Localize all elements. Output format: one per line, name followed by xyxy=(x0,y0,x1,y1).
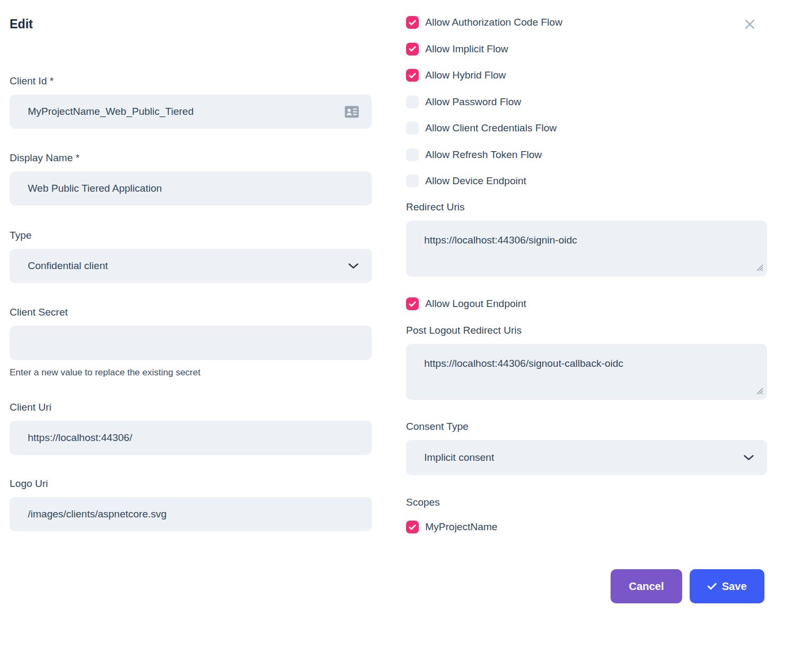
post-logout-redirect-uris-label: Post Logout Redirect Uris xyxy=(406,325,767,336)
logo-uri-field-group: Logo Uri /images/clients/aspnetcore.svg xyxy=(10,478,372,531)
consent-type-selected-value: Implicit consent xyxy=(424,452,743,463)
checkbox-label: Allow Authorization Code Flow xyxy=(425,16,563,29)
client-secret-label: Client Secret xyxy=(10,306,372,318)
modal-footer: Cancel Save xyxy=(406,569,767,603)
checkbox-icon xyxy=(406,297,419,310)
checkbox-allow-logout-endpoint[interactable]: Allow Logout Endpoint xyxy=(406,297,767,310)
type-label: Type xyxy=(10,230,372,241)
post-logout-redirect-uris-textarea[interactable]: https://localhost:44306/signout-callback… xyxy=(406,344,767,400)
consent-type-field-group: Consent Type Implicit consent xyxy=(406,421,767,475)
logo-uri-label: Logo Uri xyxy=(10,478,372,490)
client-id-input[interactable]: MyProjectName_Web_Public_Tiered xyxy=(10,95,372,129)
checkbox-allow-refresh-token-flow[interactable]: Allow Refresh Token Flow xyxy=(406,148,767,161)
edit-client-modal: Edit Client Id * MyProjectName_Web_Publi… xyxy=(0,0,812,645)
logo-uri-input[interactable]: /images/clients/aspnetcore.svg xyxy=(10,497,372,531)
checkbox-icon xyxy=(406,43,419,56)
display-name-input[interactable]: Web Public Tiered Application xyxy=(10,171,372,206)
resize-handle-icon[interactable] xyxy=(755,386,763,397)
address-card-icon xyxy=(345,106,359,118)
save-button-label: Save xyxy=(722,580,747,593)
cancel-button-label: Cancel xyxy=(629,580,664,593)
client-secret-field-group: Client Secret Enter a new value to repla… xyxy=(10,306,372,378)
client-uri-field-group: Client Uri https://localhost:44306/ xyxy=(10,402,372,455)
checkbox-icon xyxy=(406,16,419,29)
checkbox-allow-client-credentials-flow[interactable]: Allow Client Credentials Flow xyxy=(406,122,767,135)
checkbox-allow-hybrid-flow[interactable]: Allow Hybrid Flow xyxy=(406,69,767,82)
display-name-label: Display Name * xyxy=(10,152,372,164)
checkbox-label: Allow Implicit Flow xyxy=(425,43,508,56)
checkbox-icon xyxy=(406,148,419,161)
checkbox-label: Allow Client Credentials Flow xyxy=(425,122,557,135)
left-column: Edit Client Id * MyProjectName_Web_Publi… xyxy=(10,0,372,603)
checkbox-allow-authorization-code-flow[interactable]: Allow Authorization Code Flow xyxy=(406,16,767,29)
checkbox-allow-implicit-flow[interactable]: Allow Implicit Flow xyxy=(406,43,767,56)
client-id-value: MyProjectName_Web_Public_Tiered xyxy=(28,106,345,117)
resize-handle-icon[interactable] xyxy=(755,262,763,274)
type-select[interactable]: Confidential client xyxy=(10,249,372,283)
scopes-label: Scopes xyxy=(406,497,767,508)
client-uri-label: Client Uri xyxy=(10,402,372,413)
checkbox-scope-myprojectname[interactable]: MyProjectName xyxy=(406,521,767,533)
type-field-group: Type Confidential client xyxy=(10,230,372,283)
checkbox-allow-password-flow[interactable]: Allow Password Flow xyxy=(406,96,767,108)
client-secret-input[interactable] xyxy=(10,326,372,360)
post-logout-redirect-uris-field-group: Post Logout Redirect Uris https://localh… xyxy=(406,325,767,400)
display-name-value: Web Public Tiered Application xyxy=(28,183,359,194)
client-secret-helper-text: Enter a new value to replace the existin… xyxy=(10,367,372,378)
checkbox-icon xyxy=(406,122,419,135)
checkbox-icon xyxy=(406,69,419,82)
post-logout-redirect-uris-value: https://localhost:44306/signout-callback… xyxy=(424,358,623,369)
close-icon xyxy=(741,16,758,34)
checkbox-label: Allow Password Flow xyxy=(425,96,521,108)
consent-type-select[interactable]: Implicit consent xyxy=(406,440,767,475)
checkbox-label: Allow Hybrid Flow xyxy=(425,69,506,82)
redirect-uris-value: https://localhost:44306/signin-oidc xyxy=(424,234,577,246)
redirect-uris-field-group: Redirect Uris https://localhost:44306/si… xyxy=(406,201,767,277)
display-name-field-group: Display Name * Web Public Tiered Applica… xyxy=(10,152,372,206)
checkbox-allow-device-endpoint[interactable]: Allow Device Endpoint xyxy=(406,175,767,187)
redirect-uris-label: Redirect Uris xyxy=(406,201,767,213)
checkbox-label: Allow Logout Endpoint xyxy=(425,297,526,310)
close-button[interactable] xyxy=(740,16,759,34)
client-id-label: Client Id * xyxy=(10,75,372,87)
chevron-down-icon xyxy=(743,454,754,461)
checkbox-label: Allow Device Endpoint xyxy=(425,175,526,187)
save-button[interactable]: Save xyxy=(690,569,764,603)
client-uri-value: https://localhost:44306/ xyxy=(28,432,359,444)
checkbox-label: Allow Refresh Token Flow xyxy=(425,148,542,161)
checkbox-icon xyxy=(406,96,419,108)
checkbox-icon xyxy=(406,175,419,187)
logo-uri-value: /images/clients/aspnetcore.svg xyxy=(28,508,359,520)
check-icon xyxy=(707,583,717,590)
consent-type-label: Consent Type xyxy=(406,421,767,432)
type-selected-value: Confidential client xyxy=(28,260,348,272)
checkbox-label: MyProjectName xyxy=(425,521,497,533)
page-title: Edit xyxy=(10,16,372,32)
checkbox-icon xyxy=(406,521,419,533)
cancel-button[interactable]: Cancel xyxy=(611,569,682,603)
right-column: Allow Authorization Code Flow Allow Impl… xyxy=(406,0,767,603)
client-id-field-group: Client Id * MyProjectName_Web_Public_Tie… xyxy=(10,75,372,129)
client-uri-input[interactable]: https://localhost:44306/ xyxy=(10,421,372,455)
redirect-uris-textarea[interactable]: https://localhost:44306/signin-oidc xyxy=(406,221,767,277)
chevron-down-icon xyxy=(348,263,359,269)
scopes-section: Scopes MyProjectName xyxy=(406,497,767,533)
